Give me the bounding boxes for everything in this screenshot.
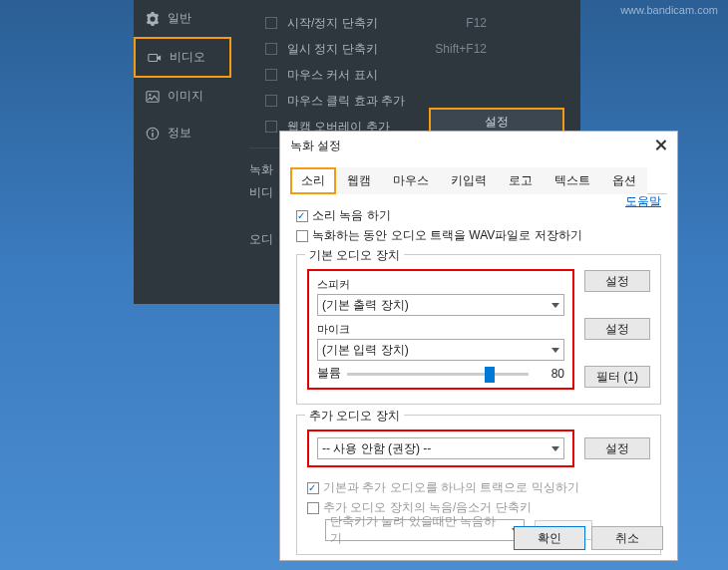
- chevron-down-icon: [551, 348, 559, 353]
- mic-select[interactable]: (기본 입력 장치): [317, 339, 564, 361]
- sidebar-label: 정보: [168, 125, 191, 142]
- checkbox-icon[interactable]: [296, 210, 308, 222]
- select-value: (기본 출력 장치): [322, 297, 409, 314]
- volume-label: 볼륨: [317, 365, 341, 382]
- record-sound-checkbox[interactable]: 소리 녹음 하기: [296, 207, 661, 224]
- checkbox-icon: [307, 502, 319, 514]
- sidebar: 일반 비디오 이미지 정보: [134, 0, 231, 304]
- svg-rect-0: [149, 54, 158, 61]
- mix-checkbox: 기본과 추가 오디오를 하나의 트랙으로 믹싱하기: [307, 479, 650, 496]
- option-label: 일시 정지 단축키: [287, 41, 378, 58]
- select-value: 단축키가 눌려 있을때만 녹음하기: [330, 513, 506, 547]
- sidebar-item-image[interactable]: 이미지: [134, 78, 231, 115]
- tab-mouse[interactable]: 마우스: [382, 167, 440, 194]
- cancel-button[interactable]: 취소: [591, 526, 663, 550]
- sidebar-item-info[interactable]: 정보: [134, 115, 231, 151]
- tab-text[interactable]: 텍스트: [544, 167, 601, 194]
- option-label: 마우스 클릭 효과 추가: [287, 93, 405, 110]
- info-icon: [146, 127, 160, 141]
- hotkey-mode-select: 단축키가 눌려 있을때만 녹음하기: [325, 519, 525, 541]
- tab-option[interactable]: 옵션: [601, 167, 647, 194]
- chevron-down-icon: [551, 303, 559, 308]
- hotkey-value: F12: [466, 16, 487, 30]
- checkbox-icon[interactable]: [265, 17, 277, 29]
- dialog-buttons: 확인 취소: [514, 526, 663, 550]
- sidebar-label: 비디오: [170, 49, 205, 66]
- extra-audio-select[interactable]: -- 사용 안함 (권장) --: [317, 437, 564, 459]
- video-icon: [148, 51, 162, 65]
- speaker-label: 스피커: [317, 277, 564, 292]
- svg-point-2: [149, 94, 151, 96]
- svg-point-5: [152, 130, 154, 132]
- hotkey-value: Shift+F12: [435, 42, 487, 56]
- checkbox-label: 녹화하는 동안 오디오 트랙을 WAV파일로 저장하기: [312, 228, 582, 242]
- close-icon[interactable]: [653, 138, 669, 153]
- dialog-body: 소리 녹음 하기 녹화하는 동안 오디오 트랙을 WAV파일로 저장하기 기본 …: [280, 194, 677, 565]
- option-label: 마우스 커서 표시: [287, 67, 378, 84]
- tab-logo[interactable]: 로고: [498, 167, 544, 194]
- sidebar-label: 이미지: [168, 88, 203, 105]
- speaker-select[interactable]: (기본 출력 장치): [317, 294, 564, 316]
- speaker-settings-button[interactable]: 설정: [584, 270, 650, 292]
- record-settings-dialog: 녹화 설정 소리 웹캠 마우스 키입력 로고 텍스트 옵션 도움말 소리 녹음 …: [279, 131, 678, 561]
- sidebar-item-video[interactable]: 비디오: [134, 37, 231, 78]
- checkbox-label: 추가 오디오 장치의 녹음/음소거 단축키: [323, 500, 532, 514]
- select-value: (기본 입력 장치): [322, 342, 409, 359]
- default-audio-group: 기본 오디오 장치 스피커 (기본 출력 장치) 마이크 (기본 입력 장치) …: [296, 254, 661, 405]
- svg-rect-1: [147, 91, 159, 102]
- option-cursor[interactable]: 마우스 커서 표시: [265, 62, 570, 88]
- checkbox-icon[interactable]: [265, 69, 277, 81]
- ok-button[interactable]: 확인: [514, 526, 585, 550]
- dialog-title: 녹화 설정: [280, 132, 677, 160]
- mic-label: 마이크: [317, 322, 564, 337]
- checkbox-icon[interactable]: [296, 230, 308, 242]
- select-value: -- 사용 안함 (권장) --: [322, 440, 431, 457]
- extra-settings-button[interactable]: 설정: [584, 437, 650, 459]
- checkbox-icon[interactable]: [265, 43, 277, 55]
- volume-value: 80: [535, 367, 564, 381]
- option-label: 시작/정지 단축키: [287, 15, 378, 32]
- extra-audio-redbox: -- 사용 안함 (권장) --: [307, 429, 574, 467]
- svg-rect-4: [152, 133, 153, 137]
- option-startstop[interactable]: 시작/정지 단축키F12: [265, 10, 570, 36]
- tab-sound[interactable]: 소리: [290, 167, 336, 194]
- checkbox-icon: [307, 482, 319, 494]
- mic-settings-button[interactable]: 설정: [584, 318, 650, 340]
- image-icon: [146, 90, 160, 104]
- tabbar: 소리 웹캠 마우스 키입력 로고 텍스트 옵션: [290, 166, 667, 194]
- group-title: 기본 오디오 장치: [305, 247, 404, 264]
- sidebar-label: 일반: [168, 10, 191, 27]
- settings-button[interactable]: 설정: [429, 108, 564, 133]
- checkbox-icon[interactable]: [265, 121, 277, 133]
- option-pause[interactable]: 일시 정지 단축키Shift+F12: [265, 36, 570, 62]
- tab-keyinput[interactable]: 키입력: [440, 167, 498, 194]
- filter-button[interactable]: 필터 (1): [584, 366, 650, 388]
- group-title: 추가 오디오 장치: [305, 408, 404, 425]
- gear-icon: [146, 12, 160, 26]
- volume-row: 볼륨 80: [317, 365, 564, 382]
- tab-webcam[interactable]: 웹캠: [336, 167, 382, 194]
- save-wav-checkbox[interactable]: 녹화하는 동안 오디오 트랙을 WAV파일로 저장하기: [296, 227, 661, 244]
- checkbox-label: 기본과 추가 오디오를 하나의 트랙으로 믹싱하기: [323, 480, 579, 494]
- help-link[interactable]: 도움말: [625, 193, 661, 210]
- default-audio-redbox: 스피커 (기본 출력 장치) 마이크 (기본 입력 장치) 볼륨 80: [307, 269, 574, 390]
- volume-slider[interactable]: [347, 367, 529, 381]
- watermark: www.bandicam.com: [620, 4, 718, 16]
- chevron-down-icon: [551, 446, 559, 451]
- sidebar-item-general[interactable]: 일반: [134, 0, 231, 37]
- checkbox-label: 소리 녹음 하기: [312, 208, 391, 222]
- checkbox-icon[interactable]: [265, 95, 277, 107]
